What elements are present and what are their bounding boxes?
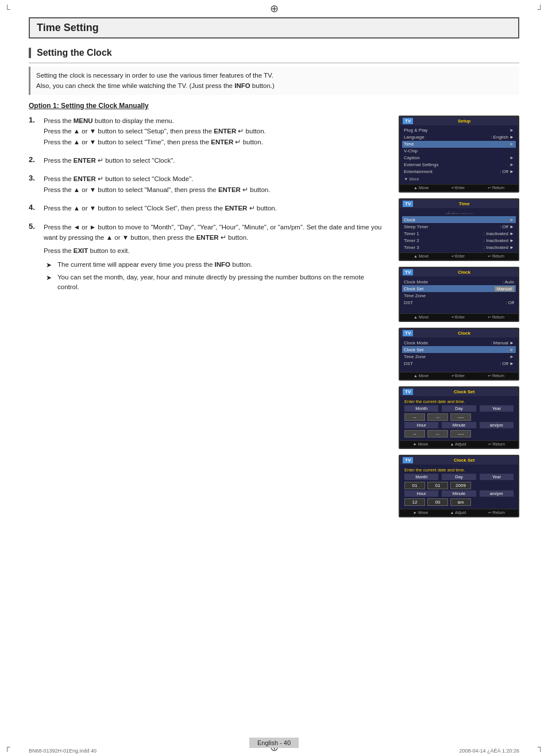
footer-move-2: ▲ Move	[414, 254, 429, 259]
screen-setup-header: TV Setup	[400, 117, 518, 125]
screen-clock-set-tv-label: TV	[403, 330, 413, 336]
cse-day-val: --	[427, 413, 448, 421]
menu-clock-mode: Clock Mode: Auto	[402, 278, 516, 285]
cse-date-headers: Month Day Year	[402, 405, 516, 412]
step-4: 4. Press the ▲ or ▼ button to select "Cl…	[29, 203, 387, 213]
step-2-number: 2.	[29, 155, 39, 166]
footer-return-6: ↩ Return	[488, 511, 505, 515]
option-heading: Option 1: Setting the Clock Manually	[29, 102, 519, 110]
footer-adjust-6: ▲ Adjust	[450, 511, 466, 515]
footer-return-4: ↩ Return	[488, 374, 504, 378]
menu-timer1: Timer 1: Inactivated ►	[402, 230, 516, 237]
csf-date-headers: Month Day Year	[402, 474, 516, 481]
screen-clock-set: TV Clock Clock Mode: Manual ► Clock Set►…	[399, 328, 519, 381]
page-title: Time Setting	[29, 17, 519, 39]
sub-bullet-1-text: The current time will appear every time …	[57, 260, 252, 270]
sub-bullet-2-text: You can set the month, day, year, hour a…	[57, 273, 387, 293]
screen-setup-footer: ▲ Move ↵Enter ↩ Return	[400, 184, 518, 191]
footer-enter-4: ↵Enter	[451, 374, 465, 378]
footer-return: ↩ Return	[488, 186, 504, 190]
screen-clock-tv-label: TV	[403, 269, 413, 275]
footer-move-6: ► Move	[413, 511, 428, 515]
step-3-content: Press the ENTER ↵ button to select "Cloc…	[44, 174, 270, 195]
corner-mark-tr: ┘	[538, 5, 543, 14]
step-5-bullets: ➤ The current time will appear every tim…	[44, 260, 387, 293]
screen-cse-header: TV Clock Set	[400, 387, 518, 396]
menu-clock-mode2: Clock Mode: Manual ►	[402, 339, 516, 346]
step-5-line2: Press the EXIT button to exit.	[44, 245, 387, 256]
step-3-number: 3.	[29, 174, 39, 195]
sub-bullet-1: ➤ The current time will appear every tim…	[46, 260, 387, 270]
step-4-content: Press the ▲ or ▼ button to select "Clock…	[44, 203, 277, 213]
csf-min-val: 00	[427, 498, 448, 506]
menu-language: Language: English ►	[402, 134, 516, 141]
desc-line2-text: Also, you can check the time while watch…	[36, 82, 234, 89]
menu-timer3: Timer 3: Inactivated ►	[402, 244, 516, 251]
page-footer: English - 40	[0, 738, 548, 748]
screen-csf-title: Clock Set	[454, 458, 474, 463]
step-5: 5. Press the ◄ or ► button to move to "M…	[29, 222, 387, 295]
step-1: 1. Press the MENU button to display the …	[29, 116, 387, 147]
screen-clock-body: Clock Mode: Auto Clock SetManual Time Zo…	[400, 277, 518, 313]
screen-csf-header: TV Clock Set	[400, 456, 518, 465]
desc-info-bold: INFO	[234, 82, 250, 89]
screen-setup: TV Setup Plug & Play► Language: English …	[399, 116, 519, 193]
csf-day-header: Day	[442, 474, 476, 480]
csf-year-val: 2009	[450, 482, 471, 489]
content-area: 1. Press the MENU button to display the …	[29, 116, 519, 520]
page: └ ┘ ┌ ┐ ⊕ ⊕ Time Setting Setting the Clo…	[0, 0, 548, 756]
step-2-content: Press the ENTER ↵ button to select "Cloc…	[44, 155, 175, 166]
cse-year-header: Year	[480, 405, 514, 412]
menu-more: ▼ More	[402, 175, 516, 183]
cse-ampm-val: ----	[450, 430, 471, 438]
screen-clock-set-header: TV Clock	[400, 329, 518, 337]
footer-enter-3: ↵Enter	[451, 315, 465, 320]
desc-line1: Setting the clock is necessary in order …	[36, 70, 514, 80]
screen-clock-set-footer: ▲ Move ↵Enter ↩ Return	[400, 372, 518, 379]
csf-info: Enter the current date and time.	[402, 466, 516, 474]
csf-hour-val: 12	[404, 498, 425, 506]
step-1-line1: Press the MENU button to display the men…	[44, 116, 266, 126]
step-5-content: Press the ◄ or ► button to move to "Mont…	[44, 222, 387, 295]
menu-clock-set-manual: Clock SetManual	[402, 285, 516, 292]
screen-csf-footer: ► Move ▲ Adjust ↩ Return	[400, 509, 518, 516]
screen-time: TV Time --/--/---- --:-- -- Clock► Sleep…	[399, 198, 519, 261]
step-3: 3. Press the ENTER ↵ button to select "C…	[29, 174, 387, 195]
footer-move-3: ▲ Move	[414, 315, 429, 320]
step-1-number: 1.	[29, 116, 39, 147]
bottom-right-info: 2008-04-14 ¿ÀÉÀ 1:20:26	[459, 748, 519, 754]
screen-clock-set-empty: TV Clock Set Enter the current date and …	[399, 386, 519, 449]
cse-month-header: Month	[404, 405, 438, 412]
step-1-line2: Press the ▲ or ▼ button to select "Setup…	[44, 126, 266, 136]
desc-line2: Also, you can check the time while watch…	[36, 80, 514, 91]
screen-clock-footer: ▲ Move ↵Enter ↩ Return	[400, 313, 518, 321]
screen-cse-title: Clock Set	[454, 389, 474, 394]
footer-enter-2: ↵Enter	[451, 254, 465, 259]
screen-cse-body: Enter the current date and time. Month D…	[400, 396, 518, 440]
csf-day-val: 01	[427, 482, 448, 489]
footer-move-4: ▲ Move	[414, 374, 429, 378]
cse-ampm-header: am/pm	[480, 422, 514, 428]
screen-setup-tv-label: TV	[403, 118, 413, 124]
menu-clock-set2: Clock Set►	[402, 346, 516, 353]
cse-date-values: -- -- ----	[402, 412, 516, 422]
csf-time-headers: Hour Minute am/pm	[402, 490, 516, 497]
sub-bullet-1-arrow: ➤	[46, 260, 54, 270]
cse-year-val: ----	[450, 413, 471, 421]
cse-min-val: --	[427, 430, 448, 438]
screen-csf-body: Enter the current date and time. Month D…	[400, 465, 518, 509]
step-2: 2. Press the ENTER ↵ button to select "C…	[29, 155, 387, 166]
csf-hour-header: Hour	[404, 490, 438, 497]
time-dashes: --/--/---- --:-- --	[402, 210, 516, 216]
menu-plug-play: Plug & Play►	[402, 127, 516, 134]
screen-clock-mode: TV Clock Clock Mode: Auto Clock SetManua…	[399, 267, 519, 322]
menu-dst: DST: Off	[402, 299, 516, 306]
sub-bullet-2: ➤ You can set the month, day, year, hour…	[46, 273, 387, 293]
screen-cse-footer: ► Move ▲ Adjust ↩ Return	[400, 440, 518, 448]
screen-clock-header: TV Clock	[400, 268, 518, 277]
description-box: Setting the clock is necessary in order …	[29, 67, 519, 95]
screen-setup-title: Setup	[458, 118, 470, 124]
menu-timer2: Timer 2: Inactivated ►	[402, 237, 516, 244]
cse-info: Enter the current date and time.	[402, 398, 516, 405]
footer-return-5: ↩ Return	[488, 442, 505, 447]
